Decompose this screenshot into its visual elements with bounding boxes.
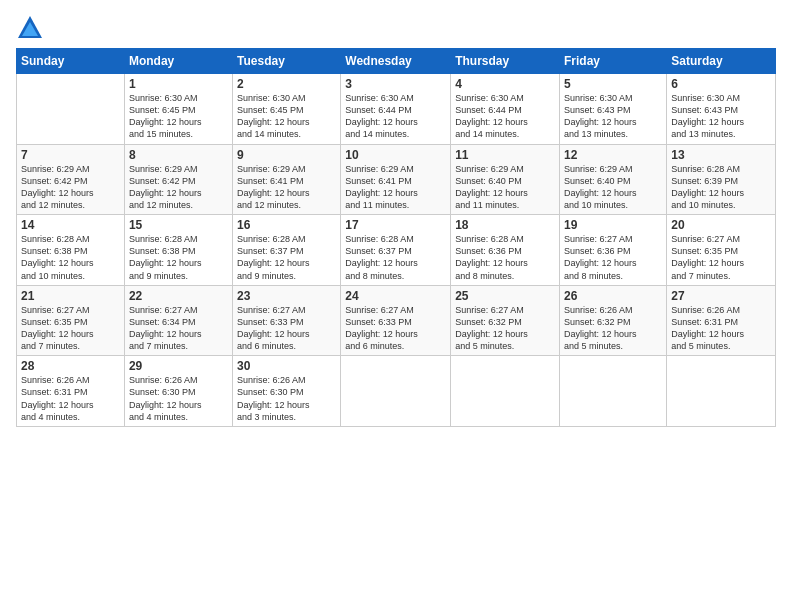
calendar-cell xyxy=(560,356,667,427)
calendar-cell: 3Sunrise: 6:30 AM Sunset: 6:44 PM Daylig… xyxy=(341,74,451,145)
day-number: 20 xyxy=(671,218,771,232)
day-info: Sunrise: 6:30 AM Sunset: 6:45 PM Dayligh… xyxy=(237,92,336,141)
calendar-cell: 20Sunrise: 6:27 AM Sunset: 6:35 PM Dayli… xyxy=(667,215,776,286)
calendar-cell: 27Sunrise: 6:26 AM Sunset: 6:31 PM Dayli… xyxy=(667,285,776,356)
day-number: 4 xyxy=(455,77,555,91)
header xyxy=(16,10,776,42)
calendar-week-row: 1Sunrise: 6:30 AM Sunset: 6:45 PM Daylig… xyxy=(17,74,776,145)
calendar-cell: 29Sunrise: 6:26 AM Sunset: 6:30 PM Dayli… xyxy=(124,356,232,427)
day-header-thursday: Thursday xyxy=(451,49,560,74)
day-header-wednesday: Wednesday xyxy=(341,49,451,74)
day-info: Sunrise: 6:26 AM Sunset: 6:31 PM Dayligh… xyxy=(21,374,120,423)
day-number: 19 xyxy=(564,218,662,232)
calendar-cell: 5Sunrise: 6:30 AM Sunset: 6:43 PM Daylig… xyxy=(560,74,667,145)
day-number: 3 xyxy=(345,77,446,91)
calendar-cell: 17Sunrise: 6:28 AM Sunset: 6:37 PM Dayli… xyxy=(341,215,451,286)
calendar-cell: 28Sunrise: 6:26 AM Sunset: 6:31 PM Dayli… xyxy=(17,356,125,427)
calendar-header-row: SundayMondayTuesdayWednesdayThursdayFrid… xyxy=(17,49,776,74)
logo xyxy=(16,14,47,42)
day-number: 22 xyxy=(129,289,228,303)
day-number: 2 xyxy=(237,77,336,91)
calendar-cell: 4Sunrise: 6:30 AM Sunset: 6:44 PM Daylig… xyxy=(451,74,560,145)
day-number: 27 xyxy=(671,289,771,303)
day-number: 10 xyxy=(345,148,446,162)
calendar-cell: 18Sunrise: 6:28 AM Sunset: 6:36 PM Dayli… xyxy=(451,215,560,286)
calendar-cell: 14Sunrise: 6:28 AM Sunset: 6:38 PM Dayli… xyxy=(17,215,125,286)
day-number: 26 xyxy=(564,289,662,303)
day-number: 16 xyxy=(237,218,336,232)
calendar-cell: 16Sunrise: 6:28 AM Sunset: 6:37 PM Dayli… xyxy=(233,215,341,286)
calendar-cell: 15Sunrise: 6:28 AM Sunset: 6:38 PM Dayli… xyxy=(124,215,232,286)
calendar-week-row: 21Sunrise: 6:27 AM Sunset: 6:35 PM Dayli… xyxy=(17,285,776,356)
day-info: Sunrise: 6:26 AM Sunset: 6:32 PM Dayligh… xyxy=(564,304,662,353)
day-info: Sunrise: 6:29 AM Sunset: 6:40 PM Dayligh… xyxy=(564,163,662,212)
day-info: Sunrise: 6:28 AM Sunset: 6:37 PM Dayligh… xyxy=(237,233,336,282)
day-info: Sunrise: 6:30 AM Sunset: 6:44 PM Dayligh… xyxy=(345,92,446,141)
calendar-cell: 2Sunrise: 6:30 AM Sunset: 6:45 PM Daylig… xyxy=(233,74,341,145)
day-number: 8 xyxy=(129,148,228,162)
day-number: 6 xyxy=(671,77,771,91)
calendar-cell: 1Sunrise: 6:30 AM Sunset: 6:45 PM Daylig… xyxy=(124,74,232,145)
calendar-cell: 10Sunrise: 6:29 AM Sunset: 6:41 PM Dayli… xyxy=(341,144,451,215)
day-number: 23 xyxy=(237,289,336,303)
calendar-cell: 6Sunrise: 6:30 AM Sunset: 6:43 PM Daylig… xyxy=(667,74,776,145)
day-number: 5 xyxy=(564,77,662,91)
calendar-cell: 8Sunrise: 6:29 AM Sunset: 6:42 PM Daylig… xyxy=(124,144,232,215)
day-number: 25 xyxy=(455,289,555,303)
day-info: Sunrise: 6:30 AM Sunset: 6:45 PM Dayligh… xyxy=(129,92,228,141)
day-info: Sunrise: 6:28 AM Sunset: 6:36 PM Dayligh… xyxy=(455,233,555,282)
calendar-table: SundayMondayTuesdayWednesdayThursdayFrid… xyxy=(16,48,776,427)
logo-icon xyxy=(16,14,44,42)
day-number: 1 xyxy=(129,77,228,91)
day-number: 28 xyxy=(21,359,120,373)
day-number: 24 xyxy=(345,289,446,303)
day-info: Sunrise: 6:27 AM Sunset: 6:35 PM Dayligh… xyxy=(21,304,120,353)
day-info: Sunrise: 6:27 AM Sunset: 6:33 PM Dayligh… xyxy=(237,304,336,353)
calendar-week-row: 14Sunrise: 6:28 AM Sunset: 6:38 PM Dayli… xyxy=(17,215,776,286)
day-number: 14 xyxy=(21,218,120,232)
calendar-cell: 13Sunrise: 6:28 AM Sunset: 6:39 PM Dayli… xyxy=(667,144,776,215)
day-info: Sunrise: 6:26 AM Sunset: 6:30 PM Dayligh… xyxy=(237,374,336,423)
calendar-cell: 26Sunrise: 6:26 AM Sunset: 6:32 PM Dayli… xyxy=(560,285,667,356)
day-header-sunday: Sunday xyxy=(17,49,125,74)
calendar-cell: 24Sunrise: 6:27 AM Sunset: 6:33 PM Dayli… xyxy=(341,285,451,356)
calendar-cell xyxy=(17,74,125,145)
day-number: 18 xyxy=(455,218,555,232)
day-number: 7 xyxy=(21,148,120,162)
calendar-cell xyxy=(341,356,451,427)
calendar-cell: 12Sunrise: 6:29 AM Sunset: 6:40 PM Dayli… xyxy=(560,144,667,215)
day-info: Sunrise: 6:28 AM Sunset: 6:37 PM Dayligh… xyxy=(345,233,446,282)
day-info: Sunrise: 6:28 AM Sunset: 6:38 PM Dayligh… xyxy=(21,233,120,282)
day-number: 21 xyxy=(21,289,120,303)
day-number: 15 xyxy=(129,218,228,232)
day-header-saturday: Saturday xyxy=(667,49,776,74)
page: SundayMondayTuesdayWednesdayThursdayFrid… xyxy=(0,0,792,612)
day-info: Sunrise: 6:27 AM Sunset: 6:35 PM Dayligh… xyxy=(671,233,771,282)
calendar-cell: 11Sunrise: 6:29 AM Sunset: 6:40 PM Dayli… xyxy=(451,144,560,215)
calendar-week-row: 28Sunrise: 6:26 AM Sunset: 6:31 PM Dayli… xyxy=(17,356,776,427)
day-info: Sunrise: 6:29 AM Sunset: 6:42 PM Dayligh… xyxy=(21,163,120,212)
day-info: Sunrise: 6:30 AM Sunset: 6:44 PM Dayligh… xyxy=(455,92,555,141)
day-info: Sunrise: 6:27 AM Sunset: 6:33 PM Dayligh… xyxy=(345,304,446,353)
day-header-monday: Monday xyxy=(124,49,232,74)
day-info: Sunrise: 6:29 AM Sunset: 6:40 PM Dayligh… xyxy=(455,163,555,212)
day-number: 9 xyxy=(237,148,336,162)
calendar-cell: 19Sunrise: 6:27 AM Sunset: 6:36 PM Dayli… xyxy=(560,215,667,286)
day-number: 30 xyxy=(237,359,336,373)
calendar-cell: 23Sunrise: 6:27 AM Sunset: 6:33 PM Dayli… xyxy=(233,285,341,356)
day-info: Sunrise: 6:26 AM Sunset: 6:31 PM Dayligh… xyxy=(671,304,771,353)
calendar-cell: 21Sunrise: 6:27 AM Sunset: 6:35 PM Dayli… xyxy=(17,285,125,356)
calendar-week-row: 7Sunrise: 6:29 AM Sunset: 6:42 PM Daylig… xyxy=(17,144,776,215)
day-header-friday: Friday xyxy=(560,49,667,74)
day-info: Sunrise: 6:27 AM Sunset: 6:36 PM Dayligh… xyxy=(564,233,662,282)
calendar-cell: 9Sunrise: 6:29 AM Sunset: 6:41 PM Daylig… xyxy=(233,144,341,215)
calendar-cell: 30Sunrise: 6:26 AM Sunset: 6:30 PM Dayli… xyxy=(233,356,341,427)
day-number: 11 xyxy=(455,148,555,162)
calendar-cell: 7Sunrise: 6:29 AM Sunset: 6:42 PM Daylig… xyxy=(17,144,125,215)
day-number: 17 xyxy=(345,218,446,232)
day-info: Sunrise: 6:27 AM Sunset: 6:32 PM Dayligh… xyxy=(455,304,555,353)
day-info: Sunrise: 6:29 AM Sunset: 6:42 PM Dayligh… xyxy=(129,163,228,212)
day-info: Sunrise: 6:28 AM Sunset: 6:38 PM Dayligh… xyxy=(129,233,228,282)
day-header-tuesday: Tuesday xyxy=(233,49,341,74)
day-info: Sunrise: 6:28 AM Sunset: 6:39 PM Dayligh… xyxy=(671,163,771,212)
